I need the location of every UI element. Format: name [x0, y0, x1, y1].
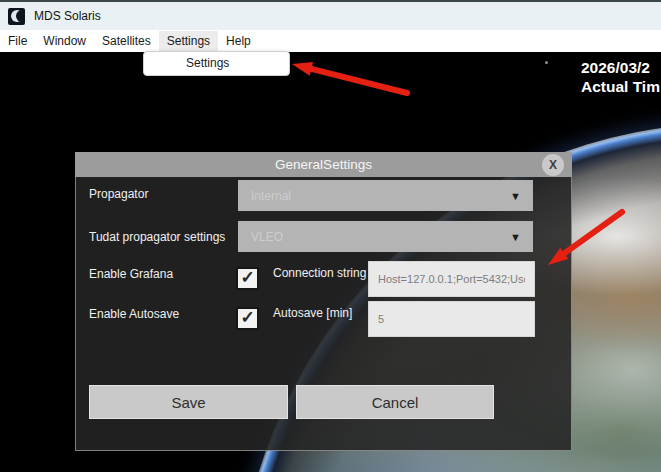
general-settings-dialog: GeneralSettings X Propagator Internal ▼ …	[75, 152, 572, 451]
menu-satellites[interactable]: Satellites	[94, 31, 159, 51]
chevron-down-icon: ▼	[510, 189, 521, 201]
enable-autosave-label: Enable Autosave	[89, 307, 179, 321]
menu-help[interactable]: Help	[218, 31, 259, 51]
autosave-min-label: Autosave [min]	[273, 306, 352, 320]
window-titlebar: MDS Solaris	[0, 2, 661, 30]
propagator-label: Propagator	[89, 187, 148, 201]
tudat-settings-value: VLEO	[251, 230, 283, 244]
star-dot	[545, 61, 548, 64]
arrow-to-settings-menu-item	[292, 62, 407, 93]
close-button[interactable]: X	[542, 154, 564, 176]
enable-grafana-checkbox[interactable]: ✓	[236, 267, 259, 290]
app-crescent-icon	[8, 8, 25, 25]
window-title: MDS Solaris	[34, 9, 101, 23]
autosave-min-input[interactable]	[368, 301, 535, 337]
propagator-value: Internal	[251, 189, 291, 203]
simulation-datetime: 2026/03/2 Actual Tim	[581, 58, 660, 96]
chevron-down-icon: ▼	[510, 230, 521, 242]
enable-grafana-label: Enable Grafana	[89, 267, 173, 281]
datetime-label: Actual Tim	[581, 77, 660, 96]
menu-window[interactable]: Window	[35, 31, 94, 51]
menu-item-settings[interactable]: Settings	[144, 52, 289, 75]
app-window: 2026/03/2 Actual Tim MDS Solaris File Wi…	[0, 0, 661, 472]
menu-settings[interactable]: Settings	[159, 31, 218, 51]
cancel-button[interactable]: Cancel	[296, 385, 494, 419]
tudat-settings-select[interactable]: VLEO ▼	[238, 221, 533, 252]
menubar: File Window Satellites Settings Help	[0, 30, 661, 52]
check-icon: ✓	[240, 269, 254, 286]
connection-string-label: Connection string	[273, 266, 366, 280]
menu-file[interactable]: File	[0, 31, 35, 51]
propagator-select[interactable]: Internal ▼	[238, 180, 533, 211]
enable-autosave-checkbox[interactable]: ✓	[236, 307, 259, 330]
settings-dropdown-menu: Settings	[143, 51, 290, 76]
save-button[interactable]: Save	[89, 385, 288, 419]
check-icon: ✓	[240, 309, 254, 326]
dialog-title: GeneralSettings	[275, 157, 372, 172]
tudat-settings-label: Tudat propagator settings	[89, 230, 225, 244]
connection-string-input[interactable]	[368, 261, 535, 297]
dialog-header: GeneralSettings X	[75, 152, 572, 177]
datetime-date: 2026/03/2	[581, 58, 660, 77]
